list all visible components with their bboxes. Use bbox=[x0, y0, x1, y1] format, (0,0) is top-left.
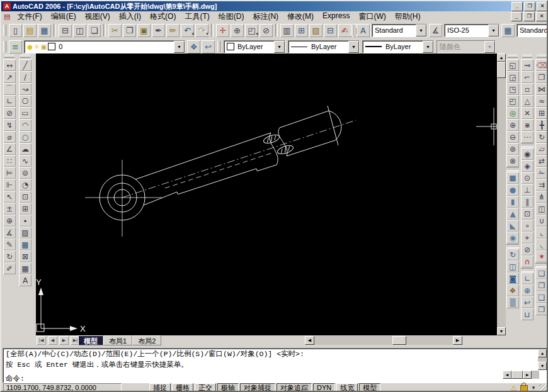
cut-button[interactable]: ✂ bbox=[108, 24, 122, 37]
hide-button[interactable]: ◫ bbox=[506, 260, 519, 272]
lineweight-control-combo[interactable]: ByLayer ▼ bbox=[362, 40, 434, 53]
dimension-edit-button[interactable]: ∡ bbox=[3, 227, 16, 238]
revision-cloud-button[interactable]: ☁ bbox=[19, 143, 31, 155]
zoom-realtime-button[interactable]: ⊕ bbox=[231, 24, 244, 37]
polyline-button[interactable]: ↝ bbox=[19, 83, 31, 95]
command-horizontal-scrollbar[interactable]: ◀ ▶ bbox=[503, 371, 539, 379]
angular-dimension-button[interactable]: ∠ bbox=[3, 143, 16, 155]
properties-button[interactable]: ▥ bbox=[280, 24, 294, 37]
point-button[interactable]: ∙ bbox=[19, 215, 31, 227]
snap-to-intersection-button[interactable]: ✕ bbox=[521, 107, 534, 119]
plot-preview-button[interactable]: ◫ bbox=[73, 24, 86, 37]
menu-file[interactable]: 文件(F) bbox=[13, 11, 46, 23]
toolbar-grip[interactable] bbox=[4, 55, 14, 58]
designcenter-button[interactable]: ⊞ bbox=[295, 24, 308, 37]
layer-freeze-icon[interactable]: ☼ bbox=[34, 43, 40, 50]
extend-button[interactable]: ⇉ bbox=[535, 179, 548, 191]
grid-toggle[interactable]: 栅格 bbox=[172, 383, 193, 392]
hatch-button[interactable]: ▨ bbox=[19, 227, 31, 238]
dimension-text-edit-button[interactable]: ✎ bbox=[3, 238, 16, 250]
snap-to-parallel-button[interactable]: ∥ bbox=[521, 196, 534, 208]
dropdown-arrow-icon[interactable]: ▼ bbox=[423, 41, 433, 53]
tab-scroll-prev-button[interactable]: ◀ bbox=[48, 336, 57, 345]
draworder-bring-above-button[interactable]: ❑ bbox=[535, 291, 548, 303]
draworder-send-under-button[interactable]: ❒ bbox=[535, 303, 548, 315]
scale-button[interactable]: ▱ bbox=[535, 143, 548, 155]
copy-button[interactable]: ❐ bbox=[123, 24, 136, 37]
solid-box-button[interactable]: ■ bbox=[506, 172, 519, 184]
zoom-window-button[interactable]: ◱ bbox=[506, 59, 519, 71]
paste-button[interactable]: ▣ bbox=[137, 24, 151, 37]
communication-center-icon[interactable]: ⚠ bbox=[510, 384, 517, 392]
baseline-dimension-button[interactable]: ⊨ bbox=[3, 167, 16, 179]
zoom-out-button[interactable]: ⊖ bbox=[506, 131, 519, 143]
draworder-bring-to-front-button[interactable]: ❏ bbox=[535, 267, 548, 279]
toolbar-grip[interactable] bbox=[3, 25, 6, 36]
snap-toggle[interactable]: 捕捉 bbox=[149, 383, 171, 392]
minimize-button[interactable]: _ bbox=[511, 2, 523, 11]
menu-dimension[interactable]: 标注(N) bbox=[248, 11, 283, 23]
solid-sphere-button[interactable]: ● bbox=[506, 184, 519, 196]
snap-to-tangent-button[interactable]: ⊙ bbox=[521, 172, 534, 184]
dimension-update-button[interactable]: ↻ bbox=[3, 250, 16, 262]
jogged-dimension-button[interactable]: ↯ bbox=[3, 119, 16, 131]
scroll-right-icon[interactable]: ▶ bbox=[523, 371, 532, 379]
3d-orbit-button[interactable]: ↻ bbox=[506, 249, 519, 260]
zoom-center-button[interactable]: ◰ bbox=[506, 95, 519, 107]
lineweight-toggle[interactable]: 线宽 bbox=[336, 383, 358, 392]
menu-format[interactable]: 格式(O) bbox=[146, 11, 180, 23]
arc-length-dimension-button[interactable]: ⌒ bbox=[3, 83, 16, 95]
scroll-up-icon[interactable]: ▲ bbox=[497, 53, 506, 62]
zoom-dynamic-button[interactable]: ◲ bbox=[506, 71, 519, 83]
dim-style-combo[interactable]: ISO-25 ▼ bbox=[444, 24, 499, 37]
close-document-button[interactable]: ✕ bbox=[536, 12, 547, 21]
zoom-previous-button[interactable]: ⊘ bbox=[260, 24, 273, 37]
restore-document-button[interactable]: ❐ bbox=[523, 12, 535, 21]
diameter-dimension-button[interactable]: ⌀ bbox=[3, 131, 16, 143]
snap-to-quadrant-button[interactable]: ◈ bbox=[521, 160, 534, 172]
scroll-left-icon[interactable]: ◀ bbox=[503, 371, 511, 379]
zoom-in-button[interactable]: ⊕ bbox=[506, 119, 519, 131]
join-button[interactable]: ∪ bbox=[535, 215, 548, 227]
array-button[interactable]: ⊞ bbox=[535, 107, 548, 119]
polygon-button[interactable]: ⎔ bbox=[19, 95, 31, 107]
temporary-track-point-button[interactable]: ⊸ bbox=[521, 59, 534, 71]
pan-realtime-button[interactable]: ✛ bbox=[216, 24, 229, 37]
match-properties-button[interactable]: ✒ bbox=[152, 24, 165, 37]
render-button[interactable]: ◙ bbox=[506, 272, 519, 284]
toolbar-grip[interactable] bbox=[217, 41, 220, 52]
tool-palettes-button[interactable]: ▧ bbox=[309, 24, 323, 37]
polar-toggle[interactable]: 极轴 bbox=[217, 383, 239, 392]
quick-dimension-button[interactable]: ∷ bbox=[3, 155, 16, 167]
copy-object-button[interactable]: ❐ bbox=[535, 71, 548, 83]
canvas-vertical-scrollbar[interactable]: ▲ ▼ bbox=[497, 53, 506, 335]
arc-button[interactable]: ◠ bbox=[19, 119, 31, 131]
menu-modify[interactable]: 修改(M) bbox=[283, 11, 318, 23]
open-button[interactable]: ▤ bbox=[23, 24, 37, 37]
region-button[interactable]: ⊠ bbox=[19, 250, 31, 262]
layer-previous-button[interactable]: ↩ bbox=[202, 40, 215, 53]
snap-from-button[interactable]: ⌐ bbox=[521, 71, 534, 83]
text-style-combo[interactable]: Standard ▼ bbox=[372, 24, 427, 37]
toolbar-grip[interactable] bbox=[20, 55, 30, 58]
horizontal-scroll-thumb[interactable] bbox=[511, 371, 523, 379]
zoom-extents-button[interactable]: ⊗ bbox=[506, 155, 519, 167]
snap-to-node-button[interactable]: ∘ bbox=[521, 220, 534, 232]
dropdown-arrow-icon[interactable]: ▼ bbox=[274, 41, 285, 53]
window-resize-grip[interactable] bbox=[539, 384, 547, 392]
solid-cone-button[interactable]: ▲ bbox=[506, 208, 519, 220]
tolerance-button[interactable]: ± bbox=[3, 203, 16, 215]
trim-button[interactable]: ✁ bbox=[535, 167, 548, 179]
ordinate-dimension-button[interactable]: ∟ bbox=[3, 95, 16, 107]
minimize-document-button[interactable]: _ bbox=[511, 12, 522, 21]
toolbar-grip[interactable] bbox=[3, 41, 6, 52]
world-ucs-button[interactable]: ⊕ bbox=[521, 284, 534, 296]
draworder-send-to-back-button[interactable]: ❐ bbox=[535, 279, 548, 291]
color-control-combo[interactable]: ByLayer ▼ bbox=[224, 40, 285, 53]
scroll-up-icon[interactable]: ▲ bbox=[538, 349, 547, 357]
named-ucs-button[interactable]: ⊔ bbox=[521, 308, 534, 320]
linetype-control-combo[interactable]: ByLayer ▼ bbox=[288, 40, 360, 53]
menu-window[interactable]: 窗口(W) bbox=[354, 11, 390, 23]
tab-scroll-next-button[interactable]: ▶ bbox=[59, 336, 69, 345]
aligned-dimension-button[interactable]: ↗ bbox=[3, 71, 16, 83]
